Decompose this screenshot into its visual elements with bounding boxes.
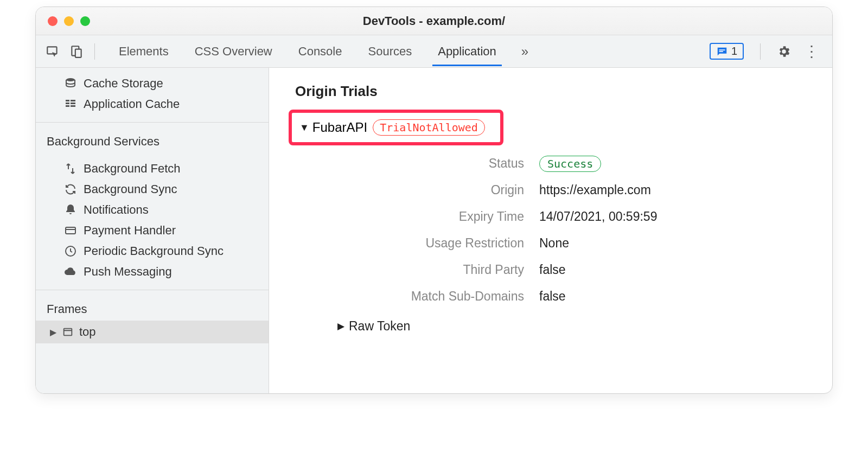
- svg-point-5: [66, 78, 75, 81]
- svg-rect-4: [719, 51, 723, 52]
- devtools-toolbar: Elements CSS Overview Console Sources Ap…: [36, 35, 832, 68]
- maximize-window-button[interactable]: [80, 16, 90, 26]
- close-window-button[interactable]: [48, 16, 58, 26]
- trial-details-grid: Status Success Origin https://example.co…: [350, 156, 816, 304]
- status-success-badge: Success: [539, 156, 601, 172]
- svg-rect-11: [71, 105, 75, 107]
- detail-val-status: Success: [539, 156, 816, 171]
- detail-key-third-party: Third Party: [350, 263, 524, 277]
- sidebar-item-background-fetch[interactable]: Background Fetch: [36, 158, 269, 179]
- sidebar-item-payment-handler[interactable]: Payment Handler: [36, 220, 269, 241]
- message-icon: [716, 46, 728, 58]
- toolbar-divider: [94, 43, 95, 60]
- sidebar-item-application-cache[interactable]: Application Cache: [36, 94, 269, 114]
- svg-rect-8: [66, 103, 69, 104]
- bell-icon: [64, 203, 77, 216]
- raw-token-label: Raw Token: [349, 319, 410, 334]
- sidebar-item-label: top: [79, 325, 96, 339]
- sidebar-group-background: Background Fetch Background Sync Notific…: [36, 153, 269, 285]
- sidebar-item-label: Periodic Background Sync: [84, 244, 224, 258]
- toolbar-right: 1 ⋮: [710, 42, 822, 60]
- svg-rect-7: [71, 100, 75, 101]
- trial-status-badge: TrialNotAllowed: [373, 119, 485, 136]
- svg-rect-3: [719, 49, 725, 50]
- tab-css-overview[interactable]: CSS Overview: [189, 37, 278, 66]
- sidebar-item-label: Background Sync: [84, 182, 177, 196]
- detail-key-expiry: Expiry Time: [350, 209, 524, 224]
- tab-application[interactable]: Application: [432, 37, 502, 66]
- detail-key-match-subdomains: Match Sub-Domains: [350, 289, 524, 304]
- svg-rect-0: [47, 47, 56, 54]
- inspect-element-icon[interactable]: [46, 44, 60, 59]
- database-icon: [64, 77, 77, 90]
- application-main-panel: Origin Trials ▼ FubarAPI TrialNotAllowed…: [269, 68, 832, 393]
- sidebar-item-cache-storage[interactable]: Cache Storage: [36, 73, 269, 94]
- expand-icon: ▶: [337, 321, 344, 332]
- collapse-icon: ▼: [299, 122, 309, 133]
- detail-val-expiry: 14/07/2021, 00:59:59: [539, 209, 816, 224]
- device-toolbar-icon[interactable]: [69, 44, 84, 59]
- sync-icon: [64, 183, 77, 196]
- issues-badge[interactable]: 1: [710, 43, 744, 60]
- sidebar-item-background-sync[interactable]: Background Sync: [36, 179, 269, 200]
- toolbar-divider: [760, 43, 761, 60]
- minimize-window-button[interactable]: [64, 16, 74, 26]
- devtools-body: Cache Storage Application Cache Backgrou…: [36, 68, 832, 393]
- credit-card-icon: [64, 224, 77, 237]
- svg-rect-2: [75, 49, 81, 57]
- application-sidebar: Cache Storage Application Cache Backgrou…: [36, 68, 269, 393]
- svg-rect-10: [66, 105, 69, 107]
- detail-val-match-subdomains: false: [539, 289, 816, 304]
- detail-key-status: Status: [350, 156, 524, 171]
- trial-highlight-box: ▼ FubarAPI TrialNotAllowed: [289, 110, 503, 145]
- titlebar: DevTools - example.com/: [36, 7, 832, 35]
- sidebar-header-background-services: Background Services: [36, 127, 269, 153]
- sidebar-item-label: Notifications: [84, 203, 149, 217]
- sidebar-item-label: Application Cache: [84, 97, 180, 111]
- trial-toggle-row[interactable]: ▼ FubarAPI TrialNotAllowed: [299, 119, 485, 136]
- trial-name: FubarAPI: [312, 120, 367, 135]
- sidebar-header-frames: Frames: [36, 295, 269, 321]
- svg-rect-6: [66, 100, 69, 101]
- sidebar-item-periodic-sync[interactable]: Periodic Background Sync: [36, 241, 269, 261]
- cloud-icon: [64, 265, 77, 278]
- tab-console[interactable]: Console: [293, 37, 348, 66]
- grid-icon: [64, 98, 77, 111]
- sidebar-item-frame-top[interactable]: ▶ top: [36, 321, 269, 343]
- sidebar-divider: [36, 290, 269, 290]
- panel-title: Origin Trials: [295, 83, 816, 100]
- detail-val-usage: None: [539, 236, 816, 251]
- devtools-tabs: Elements CSS Overview Console Sources Ap…: [113, 37, 533, 66]
- detail-val-origin: https://example.com: [539, 183, 816, 197]
- detail-key-origin: Origin: [350, 183, 524, 197]
- window-title: DevTools - example.com/: [36, 14, 832, 28]
- clock-icon: [64, 245, 77, 258]
- detail-val-third-party: false: [539, 263, 816, 277]
- more-options-icon[interactable]: ⋮: [801, 42, 822, 60]
- settings-icon[interactable]: [777, 44, 791, 59]
- sidebar-item-label: Payment Handler: [84, 223, 176, 238]
- fetch-icon: [64, 162, 77, 175]
- sidebar-item-push-messaging[interactable]: Push Messaging: [36, 261, 269, 282]
- svg-rect-15: [64, 329, 72, 336]
- more-tabs-icon[interactable]: »: [517, 44, 533, 59]
- detail-key-usage: Usage Restriction: [350, 236, 524, 251]
- sidebar-item-label: Background Fetch: [84, 162, 181, 176]
- frame-icon: [62, 326, 74, 338]
- sidebar-divider: [36, 122, 269, 123]
- devtools-window: DevTools - example.com/ Elements CSS Ove…: [35, 7, 833, 394]
- sidebar-item-label: Cache Storage: [84, 76, 163, 91]
- issues-count: 1: [731, 45, 737, 58]
- window-controls: [36, 16, 90, 26]
- sidebar-group-cache: Cache Storage Application Cache: [36, 68, 269, 118]
- tab-sources[interactable]: Sources: [362, 37, 417, 66]
- raw-token-toggle[interactable]: ▶ Raw Token: [337, 319, 816, 334]
- svg-rect-12: [66, 227, 75, 234]
- svg-rect-9: [71, 103, 75, 104]
- sidebar-item-notifications[interactable]: Notifications: [36, 200, 269, 220]
- sidebar-item-label: Push Messaging: [84, 265, 172, 279]
- expand-icon: ▶: [50, 327, 56, 337]
- tab-elements[interactable]: Elements: [113, 37, 174, 66]
